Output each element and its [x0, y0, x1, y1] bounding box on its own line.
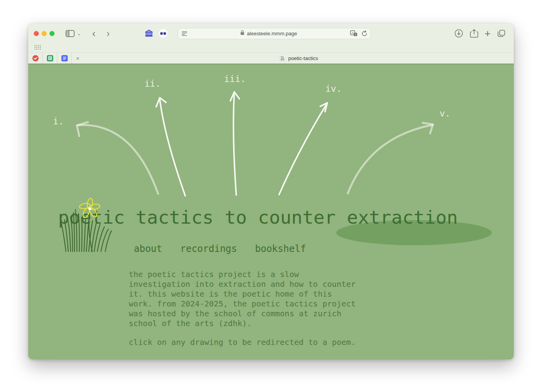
todoist-check-icon: [32, 55, 39, 62]
translate-icon[interactable]: A x: [350, 30, 358, 36]
tab-poetic-tactics[interactable]: poetic-tactics: [84, 53, 514, 64]
intro-paragraph: the poetic tactics project is a slow inv…: [129, 270, 356, 328]
svg-text:A: A: [351, 31, 354, 35]
zoom-window-button[interactable]: [49, 31, 55, 36]
new-tab-button[interactable]: +: [485, 27, 491, 40]
reader-view-icon[interactable]: [181, 31, 188, 36]
arrow-drawing-iv[interactable]: [279, 103, 327, 195]
tab-title: poetic-tactics: [288, 55, 318, 61]
safari-window: ⌄ ‹ › ✱✱: [28, 24, 514, 359]
arrow-label-i: i.: [53, 117, 64, 126]
pinned-tab-docs[interactable]: [57, 53, 72, 64]
content-blocker-extension-icon[interactable]: ✱✱: [159, 29, 168, 38]
desktop: ⌄ ‹ › ✱✱: [0, 0, 542, 392]
url-bar[interactable]: aleesteele.mmm.page A x: [178, 28, 371, 39]
reload-icon[interactable]: [361, 30, 367, 36]
google-sheets-icon: [47, 55, 53, 62]
site-nav: about recordings bookshelf: [134, 243, 306, 254]
webpage-content: i. ii. iii. iv. v. poetic tactics to cou…: [28, 64, 514, 359]
back-button[interactable]: ‹: [88, 29, 99, 38]
google-docs-icon: [61, 55, 68, 62]
nav-link-recordings[interactable]: recordings: [180, 243, 237, 254]
tab-bar: × poetic-tactics: [28, 52, 514, 64]
close-tab-button[interactable]: ×: [72, 53, 84, 64]
nav-link-bookshelf[interactable]: bookshelf: [255, 243, 306, 254]
arrow-drawing-iii[interactable]: [230, 92, 239, 195]
arrow-drawing-v[interactable]: [348, 123, 433, 193]
forward-button[interactable]: ›: [102, 29, 113, 38]
sidebar-icon[interactable]: [66, 30, 75, 37]
page-title: poetic tactics to counter extraction: [58, 208, 458, 226]
url-domain: aleesteele.mmm.page: [247, 31, 297, 36]
browser-toolbar: ⌄ ‹ › ✱✱: [28, 24, 514, 43]
pinned-tab-todoist[interactable]: [28, 53, 43, 64]
cta-paragraph: click on any drawing to be redirected to…: [129, 337, 356, 347]
arrow-drawing-i[interactable]: [77, 122, 158, 194]
arrow-drawing-ii[interactable]: [156, 98, 185, 196]
bank-extension-icon[interactable]: [144, 29, 153, 38]
arrow-label-v: v.: [440, 109, 451, 119]
arrow-label-iv: iv.: [325, 84, 342, 94]
lock-icon: [240, 30, 245, 37]
site-favicon: [279, 55, 286, 61]
arrow-label-ii: ii.: [144, 79, 161, 89]
pinned-tab-sheets[interactable]: [43, 53, 57, 64]
nav-link-about[interactable]: about: [134, 243, 162, 254]
close-window-button[interactable]: [34, 31, 39, 36]
share-icon[interactable]: [470, 29, 478, 38]
downloads-icon[interactable]: [454, 29, 464, 38]
svg-text:x: x: [355, 33, 356, 36]
minimize-window-button[interactable]: [42, 31, 47, 36]
favorites-bar: [28, 43, 514, 52]
window-controls: [34, 31, 55, 36]
grid-dots-icon[interactable]: [35, 44, 41, 51]
chevron-down-icon[interactable]: ⌄: [76, 31, 82, 36]
arrow-label-iii: iii.: [224, 74, 246, 84]
tab-overview-icon[interactable]: [497, 29, 506, 38]
